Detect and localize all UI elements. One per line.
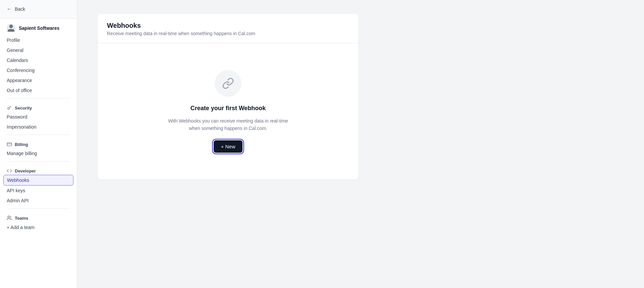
- sidebar: ← Back Sapient Softwares Profile General…: [0, 0, 77, 288]
- back-arrow-icon: ←: [7, 6, 12, 12]
- card-header: Webhooks Receive meeting data in real-ti…: [98, 14, 359, 43]
- sidebar-item-appearance[interactable]: Appearance: [3, 75, 73, 85]
- security-section-header: Security: [3, 101, 73, 112]
- svg-point-0: [8, 107, 9, 109]
- link-icon: [222, 77, 234, 89]
- divider-security: [7, 98, 70, 98]
- teams-section-header: Teams: [3, 211, 73, 222]
- back-label: Back: [15, 6, 25, 12]
- divider-teams: [7, 208, 70, 209]
- back-button[interactable]: ← Back: [0, 0, 77, 18]
- sidebar-item-conferencing[interactable]: Conferencing: [3, 65, 73, 75]
- developer-label: Developer: [15, 168, 36, 173]
- billing-section-header: Billing: [3, 138, 73, 148]
- empty-subtitle: With Webhooks you can receive meeting da…: [164, 117, 292, 132]
- security-label: Security: [15, 105, 32, 111]
- svg-point-2: [8, 216, 9, 218]
- new-button-label: + New: [221, 144, 235, 149]
- sidebar-item-password[interactable]: Password: [3, 112, 73, 122]
- sidebar-item-general[interactable]: General: [3, 45, 73, 55]
- divider-billing: [7, 135, 70, 135]
- divider-developer: [7, 161, 70, 161]
- sidebar-item-admin-api[interactable]: Admin API: [3, 196, 73, 206]
- webhook-icon-container: [215, 70, 241, 97]
- card-body: Create your first Webhook With Webhooks …: [98, 43, 359, 179]
- sidebar-item-manage-billing[interactable]: Manage billing: [3, 148, 73, 158]
- sidebar-item-calendars[interactable]: Calendars: [3, 55, 73, 65]
- webhooks-card: Webhooks Receive meeting data in real-ti…: [97, 13, 359, 180]
- billing-label: Billing: [15, 142, 28, 147]
- card-subtitle: Receive meeting data in real-time when s…: [107, 31, 349, 36]
- new-webhook-button[interactable]: + New: [214, 140, 243, 153]
- card-title: Webhooks: [107, 22, 349, 29]
- sidebar-item-profile[interactable]: Profile: [3, 35, 73, 45]
- user-name: Sapient Softwares: [19, 25, 59, 31]
- main-content: Webhooks Receive meeting data in real-ti…: [77, 0, 644, 288]
- main-nav: Profile General Calendars Conferencing A…: [0, 35, 77, 233]
- developer-section-header: Developer: [3, 164, 73, 175]
- add-team-button[interactable]: + Add a team: [3, 222, 73, 233]
- sidebar-item-webhooks[interactable]: Webhooks: [3, 175, 73, 186]
- sidebar-item-impersonation[interactable]: Impersonation: [3, 122, 73, 132]
- key-icon: [7, 105, 12, 111]
- sidebar-item-out-of-office[interactable]: Out of office: [3, 85, 73, 95]
- billing-icon: [7, 142, 12, 147]
- developer-icon: [7, 168, 12, 173]
- sidebar-item-api-keys[interactable]: API keys: [3, 186, 73, 196]
- teams-label: Teams: [15, 216, 28, 221]
- user-section: Sapient Softwares: [0, 18, 77, 35]
- svg-rect-1: [7, 143, 11, 146]
- add-team-label: + Add a team: [7, 225, 35, 230]
- empty-title: Create your first Webhook: [191, 105, 266, 112]
- avatar: [7, 24, 15, 32]
- teams-icon: [7, 215, 12, 221]
